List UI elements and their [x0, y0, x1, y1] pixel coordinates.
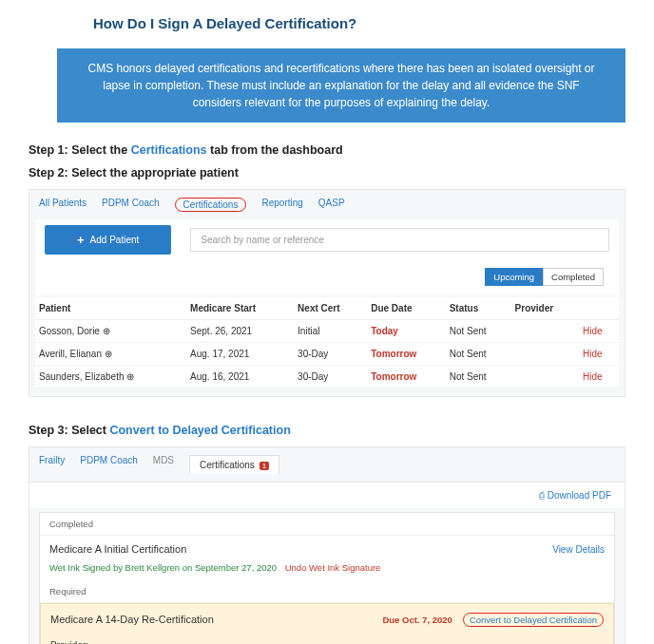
- hide-link[interactable]: Hide: [579, 343, 619, 366]
- completed-header: Completed: [40, 513, 614, 536]
- step-1: Step 1: Select the Certifications tab fr…: [29, 143, 625, 157]
- dashboard-tabs: All Patients PDPM Coach Certifications R…: [29, 190, 625, 219]
- signed-line: Wet Ink Signed by Brett Kellgren on Sept…: [40, 562, 614, 580]
- page-title: How Do I Sign A Delayed Certification?: [93, 15, 625, 31]
- tab-qasp[interactable]: QASP: [318, 198, 345, 212]
- hide-link[interactable]: Hide: [579, 320, 619, 343]
- th-patient: Patient: [35, 297, 186, 320]
- screenshot-1: All Patients PDPM Coach Certifications R…: [29, 189, 625, 397]
- cert-badge: 1: [260, 462, 269, 470]
- certifications-link: Certifications: [131, 143, 207, 157]
- tab-certifications[interactable]: Certifications: [175, 198, 247, 212]
- add-patient-button[interactable]: Add Patient: [45, 225, 171, 255]
- required-header: Required: [40, 580, 614, 603]
- convert-link-text: Convert to Delayed Certification: [109, 424, 290, 437]
- convert-delayed-link[interactable]: Convert to Delayed Certification: [463, 613, 604, 627]
- info-callout: CMS honors delayed certifications and re…: [57, 48, 625, 123]
- tab-frailty[interactable]: Frailty: [39, 455, 65, 474]
- filter-upcoming[interactable]: Upcoming: [485, 268, 543, 286]
- undo-signature-link[interactable]: Undo Wet Ink Signature: [285, 562, 381, 573]
- initial-cert-title: Medicare A Initial Certification: [49, 543, 186, 555]
- tab-pdpm-coach[interactable]: PDPM Coach: [80, 455, 138, 474]
- patients-table: Patient Medicare Start Next Cert Due Dat…: [35, 297, 619, 388]
- search-input[interactable]: Search by name or reference: [190, 228, 609, 252]
- tab-all-patients[interactable]: All Patients: [39, 198, 87, 212]
- screenshot-2: Frailty PDPM Coach MDS Certifications 1 …: [29, 446, 625, 644]
- table-row[interactable]: Saunders, Elizabeth ⊕ Aug. 16, 2021 30-D…: [35, 366, 619, 388]
- tab-mds[interactable]: MDS: [153, 455, 174, 474]
- table-row[interactable]: Averill, Elianan ⊕ Aug. 17, 2021 30-Day …: [35, 343, 619, 366]
- tab-certifications-active[interactable]: Certifications 1: [189, 455, 279, 474]
- table-row[interactable]: Gosson, Dorie ⊕ Sept. 26, 2021 Initial T…: [35, 320, 619, 343]
- th-duedate: Due Date: [367, 297, 446, 320]
- th-provider: Provider: [511, 297, 579, 320]
- due-date-text: Due Oct. 7, 2020: [382, 615, 452, 625]
- th-status: Status: [446, 297, 511, 320]
- tab-reporting[interactable]: Reporting: [261, 198, 302, 212]
- step-3: Step 3: Select Convert to Delayed Certif…: [29, 424, 625, 437]
- filter-completed[interactable]: Completed: [543, 268, 604, 286]
- hide-link[interactable]: Hide: [579, 366, 619, 388]
- view-details-link[interactable]: View Details: [552, 544, 605, 555]
- th-medstart: Medicare Start: [186, 297, 294, 320]
- th-nextcert: Next Cert: [294, 297, 367, 320]
- provider-label: Provider:: [50, 640, 604, 644]
- download-pdf-link[interactable]: Download PDF: [29, 483, 625, 508]
- recert-title: Medicare A 14-Day Re-Certification: [50, 614, 214, 625]
- tab-pdpm-coach[interactable]: PDPM Coach: [102, 198, 160, 212]
- step-2: Step 2: Select the appropriate patient: [29, 166, 625, 180]
